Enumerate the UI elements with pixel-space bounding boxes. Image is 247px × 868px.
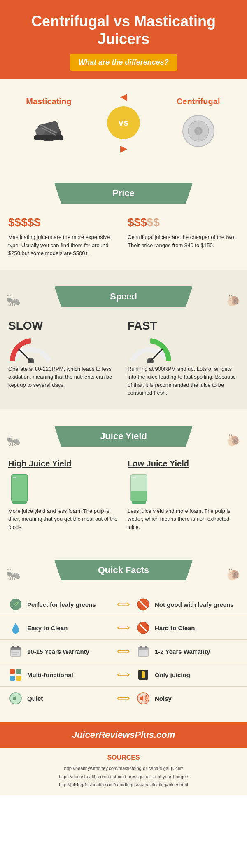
fact-right-warranty: 1-2 Years Warranty [136, 644, 239, 659]
svg-point-2 [35, 127, 45, 135]
fact-middle-noise: ⟺ [111, 693, 136, 704]
low-yield-desc: Less juice yield and more foam. The pulp… [128, 507, 239, 531]
perfect-leafy-text: Perfect for leafy greens [27, 601, 96, 608]
slow-desc: Operate at 80-120RPM, which leads to les… [8, 365, 119, 389]
quick-facts-section: 🐜 Quick Facts 🐌 Perfect for leafy greens… [0, 543, 247, 722]
speed-section: 🐜 Speed 🐌 SLOW Operate at 80-120RPM, whi… [0, 270, 247, 409]
long-warranty-text: 10-15 Years Warranty [27, 648, 89, 655]
fact-middle-leafy: ⟺ [111, 599, 136, 610]
no-leaf-icon [136, 597, 151, 612]
svg-rect-33 [17, 646, 19, 648]
fact-left-warranty: 10-15 Years Warranty [8, 644, 111, 659]
speed-masticating: SLOW Operate at 80-120RPM, which leads t… [8, 319, 119, 397]
svg-rect-40 [10, 669, 15, 674]
centrifugal-juicer-icon [176, 110, 221, 147]
high-yield-desc: More juice yield and less foam. The pulp… [8, 507, 119, 531]
svg-rect-31 [11, 647, 21, 650]
site-name: JuicerReviewsPlus.com [8, 730, 239, 740]
yield-centrifugal: Low Juice Yield Less juice yield and mor… [128, 459, 239, 531]
fact-row-noise: Quiet ⟺ Noisy [0, 687, 247, 710]
masticating-price-dollars: $$$$$ [8, 216, 119, 229]
calendar-short-icon [136, 644, 151, 659]
vs-badge: vs [107, 106, 140, 139]
subtitle: What are the differences? [70, 54, 177, 71]
fact-row-leafy: Perfect for leafy greens ⟺ Not good with… [0, 593, 247, 616]
centrifugal-label: Centrifugal [176, 97, 221, 106]
svg-rect-41 [16, 669, 21, 674]
yield-masticating: High Juice Yield More juice yield and le… [8, 459, 119, 531]
fact-middle-warranty: ⟺ [111, 646, 136, 657]
svg-rect-21 [131, 491, 147, 501]
source-3[interactable]: http://juicing-for-health.com/centrifuga… [8, 781, 239, 789]
main-title: Centrifugal vs Masticating Juicers [8, 12, 239, 48]
fact-row-multi: Multi-functional ⟺ Only juicing [0, 663, 247, 687]
svg-rect-39 [145, 646, 147, 648]
bug-icon-right: 🐌 [226, 294, 241, 307]
high-yield-glass [8, 473, 31, 505]
svg-rect-3 [34, 135, 63, 140]
speed-header: Speed [54, 286, 193, 307]
juice-only-icon [136, 667, 151, 682]
price-header: Price [54, 183, 193, 204]
hard-clean-text: Hard to Clean [155, 625, 195, 632]
svg-rect-38 [140, 646, 142, 648]
svg-rect-42 [10, 676, 15, 681]
only-juicing-text: Only juicing [155, 671, 190, 678]
sources-title: SOURCES [8, 754, 239, 761]
drop-icon [8, 620, 23, 635]
high-yield-label: High Juice Yield [8, 459, 119, 468]
multi-functional-text: Multi-functional [27, 671, 73, 678]
svg-rect-18 [13, 477, 16, 478]
fact-row-warranty: 10-15 Years Warranty ⟺ 1-2 Years Warrant… [0, 640, 247, 663]
fact-middle-multi: ⟺ [111, 669, 136, 680]
calendar-long-icon [8, 644, 23, 659]
noisy-text: Noisy [155, 695, 172, 702]
fact-right-multi: Only juicing [136, 667, 239, 682]
masticating-price-desc: Masticating juicers are the more expensi… [8, 233, 119, 257]
fact-left-clean: Easy to Clean [8, 620, 111, 635]
fact-right-clean: Hard to Clean [136, 620, 239, 635]
fact-right-noise: Noisy [136, 691, 239, 706]
header-section: Centrifugal vs Masticating Juicers What … [0, 0, 247, 79]
not-good-leafy-text: Not good with leafy greens [155, 601, 234, 608]
fast-desc: Running at 900RPM and up. Lots of air ge… [128, 365, 239, 397]
facts-header: Quick Facts [54, 560, 193, 580]
price-header-row: Price [0, 175, 247, 216]
leaf-icon [8, 597, 23, 612]
sources-section: SOURCES http://healthywithoney.com/masti… [0, 748, 247, 795]
centrifugal-juicer-img: Centrifugal [176, 97, 221, 149]
source-1[interactable]: http://healthywithoney.com/masticating-o… [8, 765, 239, 773]
speed-centrifugal: FAST Running at 900RPM and up. Lots of a… [128, 319, 239, 397]
short-warranty-text: 1-2 Years Warranty [155, 648, 210, 655]
fast-speedometer [128, 337, 173, 363]
price-section: Price $$$$$ Masticating juicers are the … [0, 166, 247, 270]
low-yield-label: Low Juice Yield [128, 459, 239, 468]
fact-left-leafy: Perfect for leafy greens [8, 597, 111, 612]
svg-rect-37 [138, 647, 148, 650]
bug-icon-left: 🐜 [6, 294, 21, 307]
facts-header-row: 🐜 Quick Facts 🐌 [0, 552, 247, 593]
footer: JuicerReviewsPlus.com [0, 722, 247, 748]
low-yield-glass [128, 473, 150, 505]
fact-right-leafy: Not good with leafy greens [136, 597, 239, 612]
multi-icon [8, 667, 23, 682]
quiet-text: Quiet [27, 695, 43, 702]
bug-icon-right-3: 🐌 [226, 568, 241, 581]
fact-left-multi: Multi-functional [8, 667, 111, 682]
slow-label: SLOW [8, 319, 119, 332]
fact-row-clean: Easy to Clean ⟺ Hard to Clean [0, 616, 247, 640]
bug-icon-right-2: 🐌 [226, 433, 241, 447]
slow-speedometer [8, 337, 54, 363]
masticating-juicer-icon [26, 110, 71, 147]
no-drop-icon [136, 620, 151, 635]
yield-header-row: 🐜 Juice Yield 🐌 [0, 418, 247, 459]
centrifugal-price-dollars: $$$$$ [128, 216, 239, 229]
noisy-icon [136, 691, 151, 706]
fact-left-noise: Quiet [8, 691, 111, 706]
svg-rect-17 [12, 475, 28, 501]
masticating-label: Masticating [26, 97, 71, 106]
source-2[interactable]: https://ifocushealth.com/best-cold-press… [8, 773, 239, 781]
vs-section: Masticating ◀ vs ▶ Centrifugal [0, 79, 247, 166]
centrifugal-price-desc: Centrifugal juicers are the cheaper of t… [128, 233, 239, 249]
bug-icon-left-2: 🐜 [6, 433, 21, 447]
